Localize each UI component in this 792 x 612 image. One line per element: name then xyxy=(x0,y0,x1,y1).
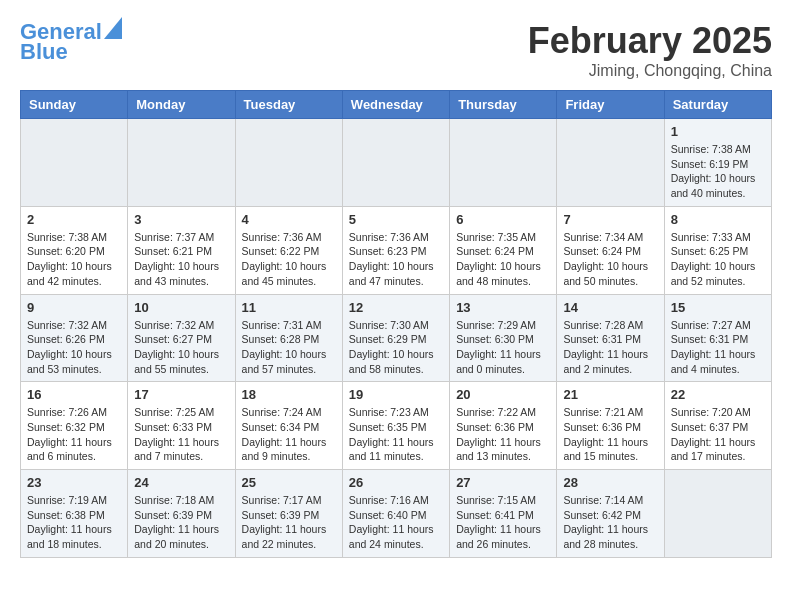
calendar-cell xyxy=(664,470,771,558)
title-block: February 2025 Jiming, Chongqing, China xyxy=(528,20,772,80)
calendar-cell xyxy=(342,119,449,207)
day-info: Sunrise: 7:29 AM Sunset: 6:30 PM Dayligh… xyxy=(456,318,550,377)
day-info: Sunrise: 7:37 AM Sunset: 6:21 PM Dayligh… xyxy=(134,230,228,289)
calendar-cell: 3Sunrise: 7:37 AM Sunset: 6:21 PM Daylig… xyxy=(128,206,235,294)
calendar-cell: 1Sunrise: 7:38 AM Sunset: 6:19 PM Daylig… xyxy=(664,119,771,207)
day-info: Sunrise: 7:21 AM Sunset: 6:36 PM Dayligh… xyxy=(563,405,657,464)
day-number: 13 xyxy=(456,300,550,315)
svg-marker-0 xyxy=(104,17,122,39)
day-info: Sunrise: 7:38 AM Sunset: 6:20 PM Dayligh… xyxy=(27,230,121,289)
day-number: 22 xyxy=(671,387,765,402)
weekday-header-monday: Monday xyxy=(128,91,235,119)
day-info: Sunrise: 7:23 AM Sunset: 6:35 PM Dayligh… xyxy=(349,405,443,464)
day-number: 27 xyxy=(456,475,550,490)
weekday-header-tuesday: Tuesday xyxy=(235,91,342,119)
day-info: Sunrise: 7:25 AM Sunset: 6:33 PM Dayligh… xyxy=(134,405,228,464)
day-info: Sunrise: 7:17 AM Sunset: 6:39 PM Dayligh… xyxy=(242,493,336,552)
calendar-cell: 13Sunrise: 7:29 AM Sunset: 6:30 PM Dayli… xyxy=(450,294,557,382)
calendar-week-row: 16Sunrise: 7:26 AM Sunset: 6:32 PM Dayli… xyxy=(21,382,772,470)
day-number: 15 xyxy=(671,300,765,315)
calendar-cell: 25Sunrise: 7:17 AM Sunset: 6:39 PM Dayli… xyxy=(235,470,342,558)
calendar-cell: 20Sunrise: 7:22 AM Sunset: 6:36 PM Dayli… xyxy=(450,382,557,470)
day-number: 19 xyxy=(349,387,443,402)
day-number: 21 xyxy=(563,387,657,402)
day-info: Sunrise: 7:19 AM Sunset: 6:38 PM Dayligh… xyxy=(27,493,121,552)
calendar-cell: 16Sunrise: 7:26 AM Sunset: 6:32 PM Dayli… xyxy=(21,382,128,470)
day-info: Sunrise: 7:22 AM Sunset: 6:36 PM Dayligh… xyxy=(456,405,550,464)
day-number: 1 xyxy=(671,124,765,139)
calendar-cell: 7Sunrise: 7:34 AM Sunset: 6:24 PM Daylig… xyxy=(557,206,664,294)
day-number: 24 xyxy=(134,475,228,490)
day-info: Sunrise: 7:31 AM Sunset: 6:28 PM Dayligh… xyxy=(242,318,336,377)
calendar-table: SundayMondayTuesdayWednesdayThursdayFrid… xyxy=(20,90,772,558)
calendar-cell xyxy=(21,119,128,207)
calendar-cell: 28Sunrise: 7:14 AM Sunset: 6:42 PM Dayli… xyxy=(557,470,664,558)
calendar-cell: 21Sunrise: 7:21 AM Sunset: 6:36 PM Dayli… xyxy=(557,382,664,470)
day-info: Sunrise: 7:26 AM Sunset: 6:32 PM Dayligh… xyxy=(27,405,121,464)
calendar-cell xyxy=(128,119,235,207)
day-info: Sunrise: 7:33 AM Sunset: 6:25 PM Dayligh… xyxy=(671,230,765,289)
calendar-week-row: 9Sunrise: 7:32 AM Sunset: 6:26 PM Daylig… xyxy=(21,294,772,382)
calendar-cell: 4Sunrise: 7:36 AM Sunset: 6:22 PM Daylig… xyxy=(235,206,342,294)
day-info: Sunrise: 7:36 AM Sunset: 6:22 PM Dayligh… xyxy=(242,230,336,289)
day-info: Sunrise: 7:35 AM Sunset: 6:24 PM Dayligh… xyxy=(456,230,550,289)
calendar-cell: 27Sunrise: 7:15 AM Sunset: 6:41 PM Dayli… xyxy=(450,470,557,558)
logo-arrow-icon xyxy=(104,17,122,39)
day-number: 2 xyxy=(27,212,121,227)
day-info: Sunrise: 7:38 AM Sunset: 6:19 PM Dayligh… xyxy=(671,142,765,201)
calendar-week-row: 1Sunrise: 7:38 AM Sunset: 6:19 PM Daylig… xyxy=(21,119,772,207)
day-info: Sunrise: 7:16 AM Sunset: 6:40 PM Dayligh… xyxy=(349,493,443,552)
day-number: 10 xyxy=(134,300,228,315)
day-number: 14 xyxy=(563,300,657,315)
day-number: 18 xyxy=(242,387,336,402)
day-number: 20 xyxy=(456,387,550,402)
calendar-cell xyxy=(235,119,342,207)
weekday-header-friday: Friday xyxy=(557,91,664,119)
day-number: 28 xyxy=(563,475,657,490)
location: Jiming, Chongqing, China xyxy=(528,62,772,80)
day-info: Sunrise: 7:32 AM Sunset: 6:26 PM Dayligh… xyxy=(27,318,121,377)
calendar-cell: 2Sunrise: 7:38 AM Sunset: 6:20 PM Daylig… xyxy=(21,206,128,294)
day-info: Sunrise: 7:34 AM Sunset: 6:24 PM Dayligh… xyxy=(563,230,657,289)
calendar-header-row: SundayMondayTuesdayWednesdayThursdayFrid… xyxy=(21,91,772,119)
calendar-week-row: 2Sunrise: 7:38 AM Sunset: 6:20 PM Daylig… xyxy=(21,206,772,294)
calendar-cell: 18Sunrise: 7:24 AM Sunset: 6:34 PM Dayli… xyxy=(235,382,342,470)
month-title: February 2025 xyxy=(528,20,772,62)
calendar-cell: 15Sunrise: 7:27 AM Sunset: 6:31 PM Dayli… xyxy=(664,294,771,382)
day-number: 26 xyxy=(349,475,443,490)
calendar-cell: 10Sunrise: 7:32 AM Sunset: 6:27 PM Dayli… xyxy=(128,294,235,382)
day-number: 6 xyxy=(456,212,550,227)
calendar-cell: 17Sunrise: 7:25 AM Sunset: 6:33 PM Dayli… xyxy=(128,382,235,470)
calendar-cell: 6Sunrise: 7:35 AM Sunset: 6:24 PM Daylig… xyxy=(450,206,557,294)
day-number: 23 xyxy=(27,475,121,490)
weekday-header-saturday: Saturday xyxy=(664,91,771,119)
calendar-cell: 26Sunrise: 7:16 AM Sunset: 6:40 PM Dayli… xyxy=(342,470,449,558)
calendar-cell: 24Sunrise: 7:18 AM Sunset: 6:39 PM Dayli… xyxy=(128,470,235,558)
day-number: 11 xyxy=(242,300,336,315)
day-info: Sunrise: 7:24 AM Sunset: 6:34 PM Dayligh… xyxy=(242,405,336,464)
day-info: Sunrise: 7:14 AM Sunset: 6:42 PM Dayligh… xyxy=(563,493,657,552)
calendar-cell: 11Sunrise: 7:31 AM Sunset: 6:28 PM Dayli… xyxy=(235,294,342,382)
day-info: Sunrise: 7:20 AM Sunset: 6:37 PM Dayligh… xyxy=(671,405,765,464)
day-info: Sunrise: 7:15 AM Sunset: 6:41 PM Dayligh… xyxy=(456,493,550,552)
logo: General Blue xyxy=(20,20,122,64)
day-number: 25 xyxy=(242,475,336,490)
calendar-cell: 19Sunrise: 7:23 AM Sunset: 6:35 PM Dayli… xyxy=(342,382,449,470)
calendar-cell: 9Sunrise: 7:32 AM Sunset: 6:26 PM Daylig… xyxy=(21,294,128,382)
day-number: 16 xyxy=(27,387,121,402)
day-number: 4 xyxy=(242,212,336,227)
day-info: Sunrise: 7:32 AM Sunset: 6:27 PM Dayligh… xyxy=(134,318,228,377)
page-header: General Blue February 2025 Jiming, Chong… xyxy=(20,20,772,80)
weekday-header-thursday: Thursday xyxy=(450,91,557,119)
calendar-week-row: 23Sunrise: 7:19 AM Sunset: 6:38 PM Dayli… xyxy=(21,470,772,558)
calendar-cell: 5Sunrise: 7:36 AM Sunset: 6:23 PM Daylig… xyxy=(342,206,449,294)
calendar-cell: 23Sunrise: 7:19 AM Sunset: 6:38 PM Dayli… xyxy=(21,470,128,558)
day-number: 17 xyxy=(134,387,228,402)
day-number: 3 xyxy=(134,212,228,227)
day-info: Sunrise: 7:27 AM Sunset: 6:31 PM Dayligh… xyxy=(671,318,765,377)
weekday-header-sunday: Sunday xyxy=(21,91,128,119)
calendar-cell: 12Sunrise: 7:30 AM Sunset: 6:29 PM Dayli… xyxy=(342,294,449,382)
calendar-cell: 14Sunrise: 7:28 AM Sunset: 6:31 PM Dayli… xyxy=(557,294,664,382)
day-info: Sunrise: 7:30 AM Sunset: 6:29 PM Dayligh… xyxy=(349,318,443,377)
weekday-header-wednesday: Wednesday xyxy=(342,91,449,119)
